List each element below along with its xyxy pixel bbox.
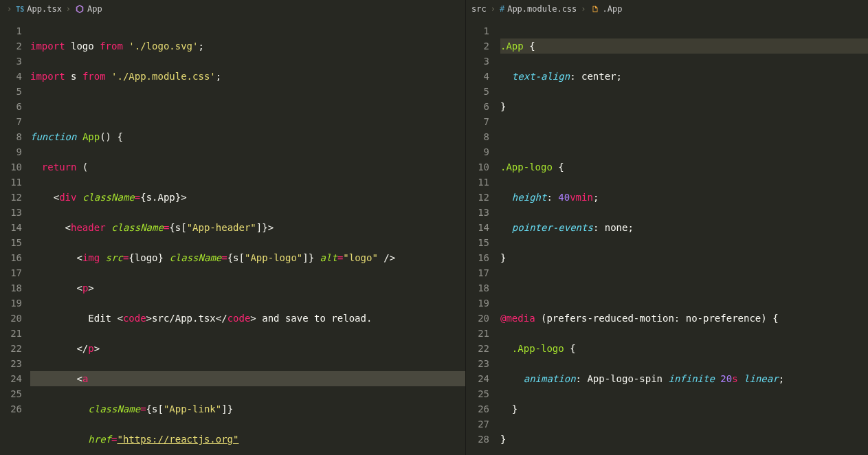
editor-pane-right: src › # App.module.css › .App 1234567891…: [466, 0, 868, 455]
editor-left[interactable]: 1234567891011121314151617181920212223242…: [0, 18, 465, 455]
symbol-module-icon: [75, 4, 85, 14]
chevron-right-icon: ›: [65, 4, 72, 14]
breadcrumb-symbol[interactable]: .App: [603, 4, 623, 14]
breadcrumb-left[interactable]: › TS App.tsx › App: [0, 0, 465, 18]
chevron-right-icon: ›: [5, 4, 13, 14]
breadcrumb-file[interactable]: App.module.css: [507, 4, 577, 14]
breadcrumb-right[interactable]: src › # App.module.css › .App: [466, 0, 868, 18]
chevron-right-icon: ›: [489, 4, 497, 14]
gutter-right: 1234567891011121314151617181920212223242…: [466, 18, 500, 455]
editor-right[interactable]: 1234567891011121314151617181920212223242…: [466, 18, 868, 455]
breadcrumb-symbol[interactable]: App: [87, 4, 102, 14]
editor-pane-left: › TS App.tsx › App 123456789101112131415…: [0, 0, 466, 455]
breadcrumb-file[interactable]: App.tsx: [27, 4, 62, 14]
code-area-right[interactable]: .App { text-align: center; } .App-logo {…: [500, 18, 868, 455]
typescript-icon: TS: [16, 5, 24, 13]
breadcrumb-folder[interactable]: src: [471, 4, 487, 14]
gutter-left: 1234567891011121314151617181920212223242…: [0, 18, 30, 455]
css-icon: #: [500, 4, 504, 14]
code-area-left[interactable]: import logo from './logo.svg'; import s …: [30, 18, 465, 455]
symbol-class-icon: [590, 4, 600, 14]
chevron-right-icon: ›: [579, 4, 587, 14]
